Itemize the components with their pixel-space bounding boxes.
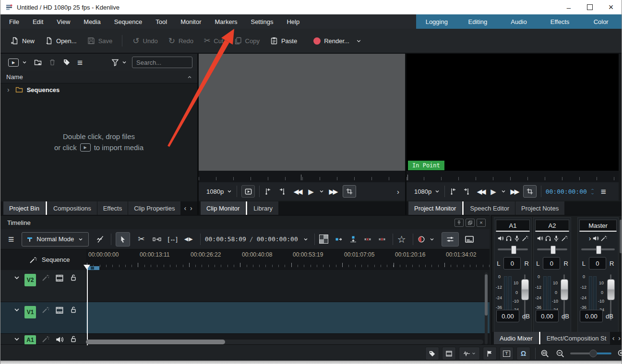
overlay-clip-button[interactable] xyxy=(241,185,255,198)
menu-help[interactable]: Help xyxy=(280,14,306,29)
create-folder-button[interactable] xyxy=(34,59,42,66)
open-button[interactable]: Open... xyxy=(45,37,77,45)
pan-slider-handle[interactable] xyxy=(511,246,516,254)
mixer-scrollbar[interactable] xyxy=(620,220,622,253)
project-monitor-video[interactable]: In Point xyxy=(407,54,619,171)
menu-tool[interactable]: Tool xyxy=(149,14,174,29)
expand-channels-icon[interactable]: › xyxy=(589,235,591,242)
chevron-down-icon[interactable] xyxy=(319,188,324,194)
pan-slider-handle[interactable] xyxy=(596,246,601,254)
track-effects-wand-icon[interactable] xyxy=(42,335,49,343)
rewind-icon[interactable]: ◀◀ xyxy=(477,188,485,195)
resolution-select[interactable]: 1080p xyxy=(206,188,224,195)
pan-value[interactable]: 0 xyxy=(503,257,521,270)
thumbnails-toggle-button[interactable] xyxy=(442,347,456,360)
lift-zone-icon[interactable] xyxy=(378,235,386,243)
float-panel-button[interactable] xyxy=(466,219,475,227)
tab-library[interactable]: Library xyxy=(248,201,278,215)
track-effects-wand-icon[interactable] xyxy=(42,274,49,282)
tag-icon[interactable] xyxy=(63,59,71,66)
subtitle-toggle-icon[interactable] xyxy=(465,235,474,244)
edit-mode-select[interactable]: Normal Mode xyxy=(22,232,89,247)
chevron-down-icon[interactable] xyxy=(22,59,27,65)
tab-project-notes[interactable]: Project Notes xyxy=(515,201,564,215)
menu-sequence[interactable]: Sequence xyxy=(108,14,149,29)
add-clip-button[interactable]: ▶ xyxy=(8,59,19,67)
menu-monitor[interactable]: Monitor xyxy=(174,14,208,29)
undo-button[interactable]: ↺ Undo xyxy=(132,37,157,45)
menu-view[interactable]: View xyxy=(50,14,77,29)
bin-tree-row-sequences[interactable]: › Sequences xyxy=(0,84,197,95)
clip-monitor-video[interactable] xyxy=(199,54,405,171)
forward-icon[interactable]: ▶▶ xyxy=(329,188,337,195)
filter-icon[interactable] xyxy=(111,59,119,66)
workspace-tab-logging[interactable]: Logging xyxy=(416,14,457,29)
pin-panel-button[interactable] xyxy=(455,219,464,227)
tab-audio-mixer[interactable]: Audio Mixer xyxy=(494,332,538,344)
bin-menu-icon[interactable]: ≡ xyxy=(77,58,83,67)
collapse-track-icon[interactable] xyxy=(13,274,21,282)
project-monitor-ruler[interactable] xyxy=(407,171,619,182)
playhead-handle[interactable] xyxy=(84,265,90,270)
snap-toggle-button[interactable]: Ω xyxy=(516,347,530,360)
volume-value[interactable]: 0.00 xyxy=(536,310,559,322)
menu-media[interactable]: Media xyxy=(77,14,107,29)
clip-monitor-ruler[interactable] xyxy=(199,171,405,182)
chevron-down-icon[interactable] xyxy=(303,236,309,242)
zoom-fit-icon[interactable] xyxy=(540,349,549,358)
mute-speaker-icon[interactable] xyxy=(537,235,543,242)
collapse-track-icon[interactable] xyxy=(13,335,21,343)
pan-slider-handle[interactable] xyxy=(550,246,556,254)
pan-value[interactable]: 0 xyxy=(543,257,560,270)
zoom-in-icon[interactable] xyxy=(617,349,622,358)
maximize-button[interactable] xyxy=(579,0,600,14)
spacer-tool-icon[interactable] xyxy=(153,235,161,243)
menu-edit[interactable]: Edit xyxy=(26,14,50,29)
save-button[interactable]: Save xyxy=(87,37,113,45)
timeline-ruler[interactable]: 00:00:00:00 00:00:13:11 00:00:26:22 00:0… xyxy=(86,249,490,270)
extract-zone-icon[interactable] xyxy=(364,235,371,243)
overwrite-zone-icon[interactable] xyxy=(349,235,357,243)
tab-project-bin[interactable]: Project Bin xyxy=(3,201,45,215)
resolution-select[interactable]: 1080p xyxy=(414,188,431,195)
tab-scroll-left-icon[interactable]: ‹ xyxy=(184,204,186,212)
zoom-out-icon[interactable] xyxy=(556,349,564,358)
volume-value[interactable]: 0.00 xyxy=(580,310,603,322)
track-lane-v1[interactable] xyxy=(86,302,490,333)
close-panel-button[interactable]: × xyxy=(477,219,486,227)
collapse-right-icon[interactable]: › xyxy=(397,188,399,195)
close-button[interactable]: × xyxy=(600,0,622,14)
solo-headphones-icon[interactable] xyxy=(545,235,551,242)
rewind-icon[interactable]: ◀◀ xyxy=(294,188,301,195)
playhead-line[interactable] xyxy=(87,265,88,345)
new-button[interactable]: New xyxy=(11,37,35,45)
expander-icon[interactable]: › xyxy=(7,86,10,94)
workspace-tab-effects[interactable]: Effects xyxy=(539,14,581,29)
go-to-out-point-icon[interactable] xyxy=(463,188,470,195)
go-to-in-point-icon[interactable] xyxy=(264,188,272,195)
search-input[interactable] xyxy=(132,57,192,68)
track-label-badge[interactable]: V1 xyxy=(24,306,36,318)
tab-effect-composition-stack[interactable]: Effect/Composition St xyxy=(541,332,610,344)
timeline-menu-icon[interactable]: ≡ xyxy=(8,234,14,244)
transparency-background-icon[interactable] xyxy=(319,235,328,244)
channel-effects-wand-icon[interactable] xyxy=(522,235,528,242)
tab-scroll-left-icon[interactable]: ‹ xyxy=(612,334,615,342)
tab-clip-properties[interactable]: Clip Properties xyxy=(128,201,180,215)
lock-track-icon[interactable] xyxy=(70,274,77,282)
tab-clip-monitor[interactable]: Clip Monitor xyxy=(201,201,245,215)
track-label-badge[interactable]: V2 xyxy=(24,274,36,286)
chevron-down-icon[interactable] xyxy=(434,188,440,194)
redo-button[interactable]: ↻ Redo xyxy=(168,37,193,45)
mute-speaker-icon[interactable] xyxy=(497,235,504,242)
chevron-down-icon[interactable] xyxy=(501,188,506,194)
go-to-in-point-icon[interactable] xyxy=(449,188,457,195)
chevron-down-icon[interactable] xyxy=(227,188,232,194)
forward-icon[interactable]: ▶▶ xyxy=(511,188,518,195)
timecode-display[interactable]: 00:00:00:00 xyxy=(546,188,587,195)
solo-headphones-icon[interactable] xyxy=(505,235,512,242)
insert-zone-icon[interactable] xyxy=(335,235,343,243)
zoom-slider-handle[interactable] xyxy=(589,350,597,357)
timeline-vscrollbar[interactable] xyxy=(485,272,488,344)
collapse-track-icon[interactable] xyxy=(13,306,21,314)
